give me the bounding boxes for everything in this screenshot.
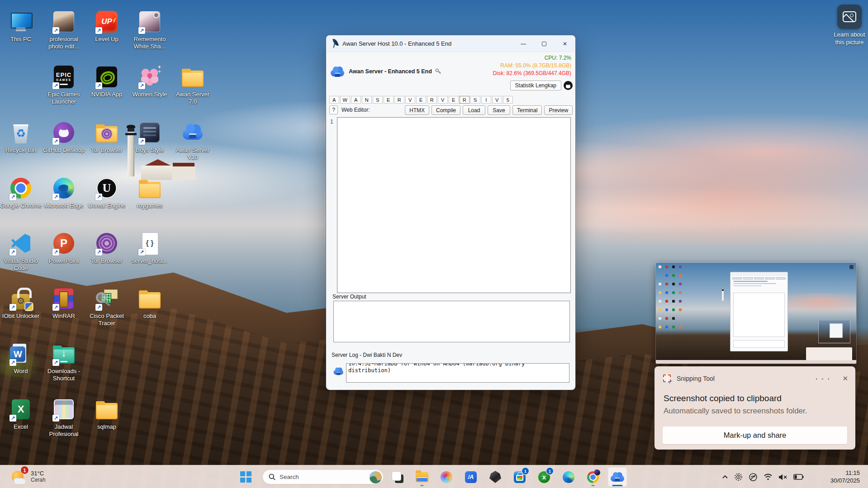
desktop-icon-epic-games-launcher[interactable]: EPICGAMES↗Epic Games Launcher — [43, 64, 85, 105]
desktop-icon-tor-browser[interactable]: ↗Tor Browser — [86, 231, 128, 265]
taskbar-awan-server-icon[interactable] — [608, 467, 627, 487]
taskbar-task-view-icon[interactable] — [388, 467, 407, 487]
start-button[interactable] — [240, 471, 251, 483]
desktop-icon-github-desktop[interactable]: ↗GitHub Desktop — [43, 120, 85, 154]
taskbar-dev-app-icon[interactable]: /A — [461, 467, 480, 487]
desktop-icon-iobit-unlocker[interactable]: ⚙↗IObit Unlocker — [0, 286, 42, 320]
tab-i-14[interactable]: I — [481, 96, 491, 104]
notification-close-button[interactable]: ✕ — [842, 374, 848, 383]
help-button[interactable]: ? — [329, 105, 338, 114]
statistik-lengkap-button[interactable]: Statistik Lengkap — [510, 81, 561, 90]
tab-r-12[interactable]: R — [460, 96, 470, 104]
desktop-icon-label: PowerPoint — [43, 257, 85, 265]
desktop-icon-women-style[interactable]: ↗Women Style — [129, 64, 171, 98]
snipping-tool-icon — [663, 374, 672, 383]
monitor-icon — [8, 9, 33, 34]
desktop-icon-sqlmap[interactable]: sqlmap — [86, 397, 128, 431]
preview-button[interactable]: Preview — [544, 105, 573, 115]
tab-5-16[interactable]: 5 — [503, 96, 513, 104]
tab-r-9[interactable]: R — [427, 96, 437, 104]
desktop-icon-awan-server-7-0[interactable]: Awan Server 7.0 — [172, 64, 213, 105]
desktop-icon-server-host[interactable]: { }↗server_host... — [129, 231, 171, 265]
learn-about-this-picture[interactable]: Learn about this picture — [829, 5, 868, 46]
desktop-icon-roygames[interactable]: roygames — [129, 175, 171, 209]
desktop-icon-level-up[interactable]: UP↗Level Up — [86, 9, 128, 43]
taskbar-chrome-icon[interactable] — [583, 467, 602, 487]
desktop-icon-label: Downloads - Shortcut — [43, 368, 85, 382]
tab-v-10[interactable]: V — [438, 96, 448, 104]
tab-v-7[interactable]: V — [405, 96, 415, 104]
desktop-icon-cisco-packet-tracer[interactable]: ↗Cisco Packet Tracer — [86, 286, 128, 327]
desktop-icon-visual-studio-code[interactable]: ↗Visual Studio Code — [0, 231, 42, 272]
desktop-icon-coba[interactable]: coba — [129, 286, 171, 320]
desktop-icon-word[interactable]: W↗Word — [0, 341, 42, 375]
code-editor[interactable] — [337, 117, 571, 293]
markup-and-share-button[interactable]: Mark-up and share — [663, 426, 847, 444]
tab-n-3[interactable]: N — [362, 96, 372, 104]
tab-r-6[interactable]: R — [394, 96, 404, 104]
badge: 1 — [546, 468, 553, 474]
desktop-icon-label: profesional photo edit... — [43, 36, 85, 50]
tab-e-5[interactable]: E — [384, 96, 394, 104]
desktop-icon-label: Tor Browser — [86, 257, 128, 265]
tab-s-13[interactable]: S — [470, 96, 480, 104]
desktop-icon-jadwal-profesional[interactable]: ↗Jadwal Profesional — [43, 397, 85, 438]
desktop-icon-powerpoint[interactable]: P↗PowerPoint — [43, 231, 85, 265]
taskbar-xbox-icon[interactable]: x1 — [535, 467, 554, 487]
notification-more-button[interactable]: · · · — [816, 375, 830, 383]
server-output-box[interactable] — [333, 301, 570, 342]
tab-a-0[interactable]: A — [329, 96, 339, 104]
taskbar-clock[interactable]: 11:15 30/07/2025 — [830, 469, 860, 484]
taskbar-file-explorer-icon[interactable] — [413, 467, 432, 487]
desktop-icon-profesional-photo-edit[interactable]: ↗profesional photo edit... — [43, 9, 85, 50]
terminal-button[interactable]: Terminal — [512, 105, 542, 115]
maximize-button[interactable] — [534, 35, 555, 52]
desktop-icon-label: Level Up — [86, 36, 128, 43]
htmx-button[interactable]: HTMX — [405, 105, 429, 115]
server-log-box[interactable]: 10.4.32-MariaDB for Win64 on AMD64 (mari… — [346, 363, 569, 383]
tab-w-1[interactable]: W — [340, 96, 350, 104]
close-button[interactable]: ✕ — [555, 35, 575, 52]
taskbar-search[interactable] — [262, 469, 384, 484]
github-icon[interactable] — [564, 81, 573, 90]
eye-off-icon[interactable] — [749, 473, 758, 482]
weather-widget[interactable]: 1 31°C Cerah — [11, 468, 46, 485]
desktop: This PC↗profesional photo edit...UP↗Leve… — [0, 0, 868, 488]
desktop-icon-this-pc[interactable]: This PC — [0, 9, 42, 43]
tab-s-4[interactable]: S — [373, 96, 383, 104]
search-input[interactable] — [280, 474, 352, 480]
load-button[interactable]: Load — [463, 105, 485, 115]
tab-e-8[interactable]: E — [416, 96, 426, 104]
desktop-icon-microsoft-edge[interactable]: ↗Microsoft Edge — [43, 175, 85, 209]
desktop-icon-nvidia-app[interactable]: ↗NVIDIA App — [86, 64, 128, 98]
tab-a-2[interactable]: A — [351, 96, 361, 104]
taskbar-edge-icon[interactable] — [559, 467, 578, 487]
desktop-icon-boys-style[interactable]: ↗Boys Style — [129, 120, 171, 154]
desktop-icon-label: Awan Server V10 — [172, 147, 213, 161]
desktop-icon-recycle-bin[interactable]: ♻Recycle Bin — [0, 120, 42, 154]
wifi-icon[interactable] — [764, 474, 773, 480]
desktop-icon-google-chrome[interactable]: ↗Google Chrome — [0, 175, 42, 209]
screenshot-thumbnail-preview[interactable] — [656, 263, 856, 364]
desktop-icon-awan-server-v10[interactable]: Awan Server V10 — [172, 120, 213, 161]
hotspot-icon[interactable] — [734, 473, 743, 481]
desktop-icon-winrar[interactable]: ↗WinRAR — [43, 286, 85, 320]
desktop-icon-rememento-white-sha[interactable]: ↗Rememento White Sha... — [129, 9, 171, 50]
minimize-button[interactable]: — — [513, 35, 534, 52]
battery-icon[interactable] — [793, 474, 804, 480]
desktop-icon-downloads-shortcut[interactable]: ↓↗Downloads - Shortcut — [43, 341, 85, 382]
window-titlebar[interactable]: Awan Server Host 10.0 - Enhanced 5 End —… — [326, 35, 575, 52]
taskbar-microsoft-store-icon[interactable]: 1 — [510, 467, 529, 487]
desktop-icon-tor-browser[interactable]: Tor Browser — [86, 120, 128, 154]
save-button[interactable]: Save — [488, 105, 510, 115]
tab-e-11[interactable]: E — [449, 96, 459, 104]
tab-v-15[interactable]: V — [492, 96, 502, 104]
taskbar-gem-app-icon[interactable] — [486, 467, 505, 487]
desktop-icon-unreal-engine[interactable]: U↗Unreal Engine — [86, 175, 128, 209]
tray-chevron-up-icon[interactable] — [722, 475, 728, 479]
volume-muted-icon[interactable] — [778, 474, 787, 481]
weather-badge: 1 — [21, 466, 28, 474]
compile-button[interactable]: Compile — [432, 105, 460, 115]
desktop-icon-excel[interactable]: X↗Excel — [0, 397, 42, 431]
taskbar-copilot-icon[interactable] — [437, 467, 456, 487]
